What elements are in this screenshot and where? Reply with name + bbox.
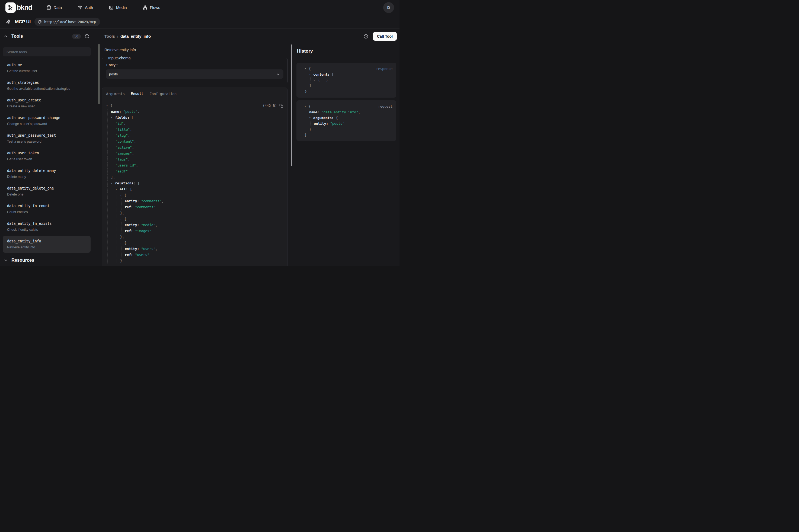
bknd-logo-icon (5, 2, 16, 13)
breadcrumb-separator: / (117, 34, 118, 38)
json-row: entity: "comments", (102, 198, 283, 204)
call-tool-button[interactable]: Call Tool (373, 32, 397, 41)
tree-collapse-icon[interactable]: ▾ (111, 115, 115, 121)
search-input[interactable] (3, 47, 91, 56)
tool-desc: Retrieve entity info (7, 245, 86, 249)
tool-name: auth_me (7, 63, 86, 67)
tool-name: data_entity_delete_many (7, 168, 86, 173)
chevron-down-icon (276, 72, 280, 76)
nav-item-flows[interactable]: Flows (142, 5, 160, 10)
breadcrumb-root[interactable]: Tools (104, 34, 115, 38)
tree-collapse-icon[interactable]: ▾ (116, 186, 120, 192)
tree-expand-icon[interactable]: ▸ (314, 77, 318, 83)
tab-configuration[interactable]: Configuration (149, 89, 176, 99)
tree-collapse-icon[interactable]: ▾ (309, 72, 313, 77)
json-row: }, (102, 210, 283, 216)
top-nav: bknd DataAuthMediaFlows D (0, 0, 400, 15)
mcp-logo-icon (5, 19, 11, 25)
json-row: entity: "posts" (300, 121, 393, 126)
json-row: name: "posts", (102, 109, 283, 115)
tool-list-item[interactable]: data_entity_fn_existsCheck if entity exi… (3, 218, 91, 235)
tool-list-item[interactable]: data_entity_infoRetrieve entity info (3, 236, 91, 253)
json-row: "id", (102, 121, 283, 127)
json-row: ▾arguments: { (300, 115, 393, 121)
json-row: "asdf" (102, 168, 283, 174)
tree-collapse-icon[interactable]: ▾ (111, 180, 115, 186)
history-title: History (297, 49, 313, 54)
tree-collapse-icon[interactable]: ▾ (305, 66, 309, 72)
nav-item-label: Auth (85, 5, 93, 10)
sidebar-scrollbar[interactable] (98, 44, 99, 104)
json-row: } (300, 89, 393, 94)
tool-list-item[interactable]: auth_strategiesGet the available authent… (3, 77, 91, 94)
tree-collapse-icon[interactable]: ▾ (120, 192, 124, 198)
history-entry-label: request (378, 103, 393, 109)
tool-name: data_entity_info (7, 239, 86, 244)
resources-title: Resources (12, 258, 34, 263)
json-row: ], (102, 174, 283, 180)
json-row: } (300, 132, 393, 138)
refresh-icon[interactable] (84, 34, 89, 38)
entity-select[interactable]: posts (106, 70, 283, 79)
tools-count-badge: 50 (72, 34, 81, 39)
chevron-down-icon[interactable] (4, 259, 7, 262)
bknd-logo[interactable]: bknd (5, 2, 32, 13)
json-row: ] (300, 83, 393, 89)
tools-title: Tools (12, 34, 23, 39)
nav-item-auth[interactable]: Auth (78, 5, 93, 10)
history-entry[interactable]: ▾{response▾content: [▸{...}]} (297, 63, 396, 98)
json-row: ▾{request (300, 103, 393, 109)
tool-desc: Check if entity exists (7, 228, 86, 232)
tree-collapse-icon[interactable]: ▾ (120, 216, 124, 222)
json-row: } (300, 126, 393, 132)
tool-list-item[interactable]: data_entity_delete_manyDelete many (3, 166, 91, 182)
tool-desc: Count entities (7, 210, 86, 214)
json-row: "users_id", (102, 163, 283, 168)
nav-item-data[interactable]: Data (46, 5, 62, 10)
chevron-up-icon[interactable] (4, 34, 7, 38)
entity-select-value: posts (109, 72, 118, 76)
tool-list: auth_meGet the current userauth_strategi… (0, 59, 100, 254)
json-row: "images", (102, 151, 283, 156)
copy-icon[interactable] (279, 104, 283, 108)
json-row: entity: "users", (102, 246, 283, 252)
json-row: "tags", (102, 156, 283, 163)
tool-list-item[interactable]: auth_meGet the current user (3, 60, 91, 76)
tool-desc: Delete many (7, 175, 86, 179)
tool-list-item[interactable]: auth_user_password_testTest a user's pas… (3, 130, 91, 147)
result-size: (442 B) (263, 103, 277, 109)
resources-section-header[interactable]: Resources (0, 254, 100, 266)
tree-collapse-icon[interactable]: ▾ (309, 115, 313, 121)
brand-name: bknd (17, 3, 32, 12)
json-row: "slug", (102, 133, 283, 138)
tool-list-item[interactable]: auth_user_tokenGet a user token (3, 148, 91, 165)
result-json-tree: ▾{(442 B)name: "posts",▾fields: ["id","t… (102, 99, 287, 264)
json-row: ▾fields: [ (102, 115, 283, 121)
history-icon[interactable] (363, 34, 368, 39)
json-row: ref: "users" (102, 252, 283, 258)
tool-desc: Get a user token (7, 157, 86, 162)
mcp-url-pill[interactable]: http://localhost:28623/mcp (35, 18, 100, 26)
tree-collapse-icon[interactable]: ▾ (305, 103, 309, 109)
tool-list-item[interactable]: auth_user_createCreate a new user (3, 95, 91, 112)
tool-list-item[interactable]: auth_user_password_changeChange a user's… (3, 113, 91, 129)
input-schema-fieldset: InputSchema Entity* posts (102, 56, 287, 83)
page-title: MCP UI (15, 19, 31, 25)
avatar[interactable]: D (383, 2, 394, 13)
tool-name: auth_user_token (7, 151, 86, 155)
mcp-subheader: MCP UI http://localhost:28623/mcp (0, 15, 400, 29)
nav-item-media[interactable]: Media (109, 5, 127, 10)
nav-item-label: Flows (150, 5, 160, 10)
tab-arguments[interactable]: Arguments (106, 89, 125, 99)
json-row: "active", (102, 145, 283, 151)
tree-collapse-icon[interactable]: ▾ (106, 103, 110, 109)
tool-list-item[interactable]: data_entity_fn_countCount entities (3, 201, 91, 217)
tool-desc: Delete one (7, 192, 86, 196)
history-entry[interactable]: ▾{requestname: "data_entity_info",▾argum… (297, 100, 396, 141)
tree-collapse-icon[interactable]: ▾ (120, 240, 124, 246)
main-scrollbar[interactable] (291, 44, 292, 166)
tools-section-header[interactable]: Tools 50 (0, 29, 100, 44)
tool-list-item[interactable]: data_entity_delete_oneDelete one (3, 183, 91, 200)
tab-result[interactable]: Result (131, 88, 144, 99)
json-row: ▾{ (102, 216, 283, 222)
